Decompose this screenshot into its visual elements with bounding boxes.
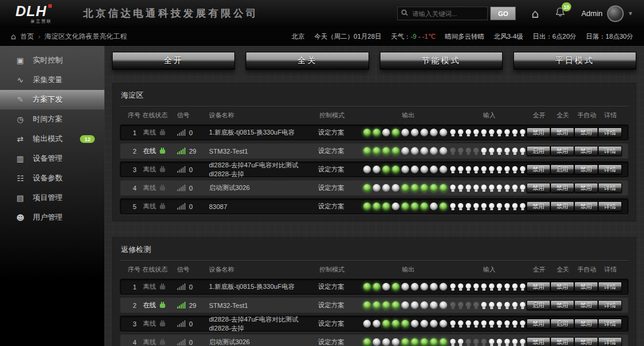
row-button[interactable]: 禁用 xyxy=(550,127,574,138)
sidebar-item-pulse[interactable]: 采集变量 xyxy=(0,70,104,90)
row-button[interactable]: 详情 xyxy=(598,337,622,346)
row-button[interactable]: 禁用 xyxy=(574,183,598,193)
bulb-icon xyxy=(504,129,510,135)
bulb-icon xyxy=(473,339,479,344)
row-button[interactable]: 详情 xyxy=(598,164,622,174)
output-led xyxy=(430,320,438,328)
row-button[interactable]: 详情 xyxy=(598,201,622,211)
sidebar-item-label: 实时控制 xyxy=(33,55,63,66)
action-button[interactable]: 全关 xyxy=(246,52,369,70)
bulb-icon xyxy=(512,320,518,326)
action-button[interactable]: 平日模式 xyxy=(513,52,636,70)
bulb-icon xyxy=(473,148,479,153)
row-button[interactable]: 禁用 xyxy=(574,127,598,138)
status-text: 离线 xyxy=(143,338,156,346)
breadcrumb-home[interactable]: 首页 xyxy=(20,32,34,41)
row-button[interactable]: 禁用 xyxy=(527,183,550,193)
row-button[interactable]: 禁用 xyxy=(527,319,550,329)
row-button[interactable]: 启用 xyxy=(550,319,574,329)
row-button[interactable]: 启用 xyxy=(550,164,574,174)
user-menu[interactable]: Admin ▾ xyxy=(581,5,632,22)
notifications[interactable]: 10 xyxy=(555,7,566,20)
sidebar-item-device[interactable]: 设备管理 xyxy=(0,149,104,169)
search-input[interactable] xyxy=(397,7,488,20)
row-button[interactable]: 详情 xyxy=(598,146,622,156)
list-icon xyxy=(16,194,25,202)
row-button[interactable]: 详情 xyxy=(598,282,622,292)
signal-icon xyxy=(177,185,185,191)
search-box: GO xyxy=(397,7,516,20)
signal-value: 0 xyxy=(189,339,193,346)
device-name: STM32-Test1 xyxy=(209,302,318,309)
row-button[interactable]: 禁用 xyxy=(550,146,574,156)
row-button[interactable]: 详情 xyxy=(598,127,622,138)
bulb-icon xyxy=(520,283,525,289)
sidebar-item-clock[interactable]: 时间方案 xyxy=(0,110,104,129)
row-button[interactable]: 禁用 xyxy=(574,319,598,329)
column-header: 输出 xyxy=(365,111,451,120)
row-button[interactable]: 禁用 xyxy=(527,127,550,138)
bulb-icon xyxy=(481,129,487,135)
sidebar-item-label: 时间方案 xyxy=(33,114,63,124)
bulb-icon xyxy=(497,203,502,208)
control-mode: 设定方案 xyxy=(318,282,363,291)
row-button[interactable]: 禁用 xyxy=(574,282,598,292)
status-text: 离线 xyxy=(143,202,156,211)
output-led xyxy=(439,202,447,210)
bulb-icon xyxy=(473,302,479,307)
sidebar-item-network[interactable]: 设备参数 xyxy=(0,169,104,188)
logo: DLH 泉立慧联 xyxy=(16,4,52,23)
row-button[interactable]: 禁用 xyxy=(574,146,598,156)
output-led xyxy=(420,184,428,192)
action-button[interactable]: 全开 xyxy=(112,52,235,70)
sidebar-item-document[interactable]: 方案下发 xyxy=(0,90,104,110)
sidebar-item-monitor[interactable]: 实时控制 xyxy=(0,51,104,70)
bulb-icon xyxy=(520,339,525,344)
sidebar-item-swap[interactable]: 输出模式12 xyxy=(0,129,104,149)
bulb-icon xyxy=(466,203,471,208)
row-button[interactable]: 禁用 xyxy=(574,300,598,310)
input-bulbs xyxy=(449,203,527,210)
column-header: 手自动 xyxy=(575,111,599,120)
search-icon xyxy=(401,10,407,15)
row-button[interactable]: 禁用 xyxy=(527,201,550,211)
panel-title: 返修检测 xyxy=(120,242,628,261)
row-button[interactable]: 禁用 xyxy=(527,164,550,174)
control-mode: 设定方案 xyxy=(318,128,363,137)
row-button[interactable]: 禁用 xyxy=(550,201,574,211)
row-button[interactable]: 禁用 xyxy=(550,337,574,346)
bulb-icon xyxy=(473,166,479,172)
row-button[interactable]: 启用 xyxy=(527,146,550,156)
row-button[interactable]: 禁用 xyxy=(550,300,574,310)
action-button[interactable]: 节能模式 xyxy=(380,52,503,70)
table-row: 2在线29STM32-Test1设定方案启用禁用禁用详情 xyxy=(120,143,628,159)
bulb-icon xyxy=(450,339,456,344)
sidebar-item-label: 项目管理 xyxy=(33,193,63,203)
row-button[interactable]: 禁用 xyxy=(550,183,574,193)
output-led xyxy=(420,129,428,136)
row-button[interactable]: 禁用 xyxy=(527,337,550,346)
bulb-icon xyxy=(473,320,479,326)
sidebar-item-user[interactable]: 用户管理 xyxy=(0,208,104,227)
row-status: 离线 xyxy=(143,183,177,192)
row-button[interactable]: 禁用 xyxy=(574,337,598,346)
bulb-icon xyxy=(481,283,487,289)
temp-low: -9 xyxy=(411,33,417,40)
row-button[interactable]: 禁用 xyxy=(574,164,598,174)
row-button[interactable]: 详情 xyxy=(598,319,622,329)
input-bulbs xyxy=(449,302,527,309)
sidebar-item-list[interactable]: 项目管理 xyxy=(0,188,104,208)
row-button[interactable]: 启用 xyxy=(527,300,550,310)
output-led xyxy=(373,338,380,346)
search-go-button[interactable]: GO xyxy=(490,7,516,20)
row-button[interactable]: 禁用 xyxy=(574,201,598,211)
output-led xyxy=(382,166,390,173)
table-row: 3离线0dl2828-去掉47uF电容对比测试dl2828-去掉设定方案禁用启用… xyxy=(120,316,628,332)
control-mode: 设定方案 xyxy=(318,319,363,328)
home-icon[interactable]: ⌂ xyxy=(531,8,539,20)
row-button[interactable]: 详情 xyxy=(598,183,622,193)
notification-badge: 10 xyxy=(562,2,571,11)
row-button[interactable]: 详情 xyxy=(598,300,622,310)
row-button[interactable]: 禁用 xyxy=(527,282,550,292)
row-button[interactable]: 禁用 xyxy=(550,282,574,292)
